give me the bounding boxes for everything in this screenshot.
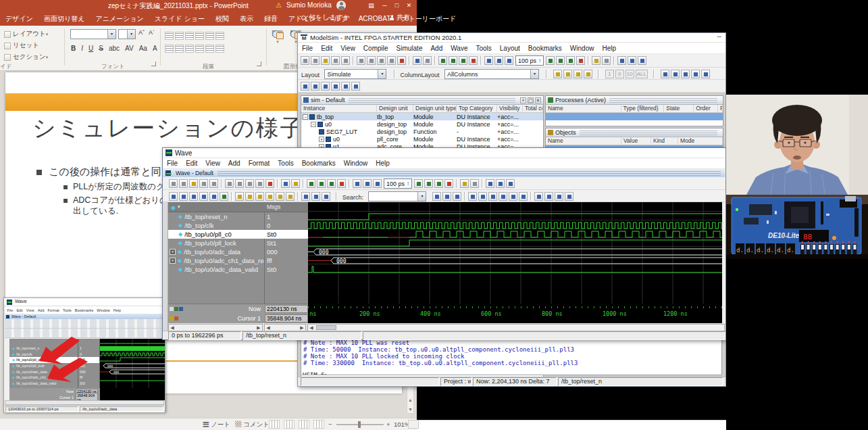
wave-signal-row[interactable]: ◆/tb_top/clk0: [168, 221, 308, 230]
increase-indent-icon[interactable]: [195, 32, 204, 40]
wave-signal-row[interactable]: ◆/tb_top/u0/adc_data_validSt0: [168, 265, 308, 274]
column-header[interactable]: Parent Path: [718, 105, 723, 112]
menu-item[interactable]: Edit: [15, 308, 24, 312]
run-all-icon[interactable]: [566, 56, 575, 65]
find-options-icon[interactable]: [453, 192, 461, 201]
paragraph-dialog-launcher[interactable]: [257, 62, 261, 66]
new-file-icon[interactable]: [301, 56, 309, 65]
cursor-toolbox-icons[interactable]: [168, 307, 186, 311]
simulate-icon[interactable]: [327, 179, 336, 188]
column-header[interactable]: Design unit: [377, 105, 413, 112]
run-icon[interactable]: [414, 179, 423, 188]
zoom-range-icon[interactable]: [341, 82, 350, 91]
step-into-icon[interactable]: [494, 56, 503, 65]
slide-sorter-view-button[interactable]: [284, 420, 295, 429]
cursor-lock-icons[interactable]: [168, 316, 186, 320]
ribbon-tab[interactable]: 録音: [259, 14, 283, 24]
expand-icon[interactable]: +: [170, 249, 176, 255]
cursor-crosshair-icon[interactable]: [671, 70, 680, 78]
run-continue-icon[interactable]: [424, 179, 433, 188]
processes-panel-header[interactable]: Processes (Active): [546, 96, 723, 105]
environment-back-icon[interactable]: [484, 56, 493, 65]
processes-column-headers[interactable]: NameType (filtered)StateOrderParent Path: [546, 105, 723, 113]
mini-wave-scrollbar[interactable]: [5, 400, 164, 405]
font-name-combo[interactable]: ▾: [70, 29, 116, 39]
paste-icon[interactable]: [377, 56, 386, 65]
zoom-in-button[interactable]: +: [386, 421, 390, 428]
time-resolution-field[interactable]: 100 ps↕: [384, 178, 412, 189]
break-red-icon[interactable]: [576, 56, 585, 65]
ribbon-tab[interactable]: 校閲: [210, 14, 234, 24]
cursor-row[interactable]: Cursor 1 35848.904 ns: [168, 314, 308, 323]
align-right-icon[interactable]: [185, 45, 194, 53]
menu-item[interactable]: View: [336, 45, 359, 52]
processes-selected-row[interactable]: [546, 113, 723, 120]
ribbon-tab[interactable]: デザイン: [0, 14, 39, 24]
columns-icon[interactable]: [205, 45, 214, 53]
sim-column-headers[interactable]: InstanceDesign unitDesign unit typeTop C…: [301, 105, 543, 113]
grow-font-button[interactable]: Aˆ: [136, 29, 147, 36]
comments-button[interactable]: ▩ コメント: [235, 421, 270, 429]
align-center-icon[interactable]: [175, 45, 184, 53]
expand-icon[interactable]: +: [319, 137, 324, 142]
pane-grip[interactable]: [218, 171, 721, 176]
menu-item[interactable]: Compile: [359, 45, 392, 52]
move-reorder-icon[interactable]: [496, 179, 505, 188]
column-header[interactable]: Instance: [301, 105, 377, 112]
group-left-icon[interactable]: [301, 192, 310, 201]
layout-button[interactable]: レイアウト ▾: [4, 30, 48, 39]
modelsim-home-icon[interactable]: [423, 56, 432, 65]
tell-me-search[interactable]: 何をしますか: [296, 13, 355, 22]
menu-item[interactable]: Help: [598, 45, 620, 52]
collapse-icon[interactable]: −: [311, 122, 316, 127]
radix-all-button[interactable]: ALL: [636, 70, 648, 78]
wave-collapse-icon[interactable]: [286, 192, 295, 201]
ribbon-tab[interactable]: 表示: [234, 14, 259, 24]
column-header[interactable]: Visibility: [497, 105, 523, 112]
align-left-icon[interactable]: [165, 45, 174, 53]
bullet-list-icon[interactable]: [165, 32, 174, 40]
column-header[interactable]: Name: [546, 137, 621, 145]
radix-10-button[interactable]: 10: [626, 70, 634, 78]
radix-1-button[interactable]: 1: [605, 70, 614, 78]
menu-item[interactable]: File: [5, 308, 15, 312]
menu-item[interactable]: Bookmarks: [298, 160, 340, 167]
add-wave-icon[interactable]: [353, 179, 361, 188]
cursor-move-icon[interactable]: [681, 70, 690, 78]
forward-icon[interactable]: [373, 179, 382, 188]
collapse-icon[interactable]: −: [303, 114, 308, 120]
open-icon[interactable]: [179, 179, 188, 188]
run-icon[interactable]: [546, 56, 555, 65]
zoom-cursor-icon[interactable]: [499, 192, 507, 201]
find-up-icon[interactable]: [442, 192, 451, 201]
sim-tree-row[interactable]: +u0pll_coreModuleDU Instance+acc=...: [301, 135, 543, 143]
justify-icon[interactable]: [195, 45, 204, 53]
menu-item[interactable]: Help: [111, 308, 122, 312]
zoom-full-icon[interactable]: [321, 82, 330, 91]
menu-item[interactable]: Bookmarks: [73, 308, 95, 312]
zoom-in-icon[interactable]: [468, 192, 477, 201]
menu-item[interactable]: Add: [426, 45, 446, 52]
column-header[interactable]: Value: [621, 137, 651, 145]
move-up-icon[interactable]: [486, 179, 494, 188]
objects-column-headers[interactable]: NameValueKindMode: [546, 137, 723, 145]
msgs-column-header[interactable]: Msgs: [267, 204, 280, 210]
zoom-sel-icon[interactable]: [519, 192, 528, 201]
column-header[interactable]: Name: [546, 105, 621, 112]
ribbon-tab[interactable]: 画面切り替え: [39, 14, 90, 24]
menu-item[interactable]: Tools: [471, 45, 495, 52]
menu-item[interactable]: File: [163, 160, 182, 167]
columnlayout-combo[interactable]: AllColumns▾: [444, 69, 539, 79]
menu-item[interactable]: Layout: [496, 45, 524, 52]
panel-close-icon[interactable]: ✕: [535, 97, 541, 103]
format-av-button[interactable]: AV: [123, 45, 136, 52]
column-header[interactable]: Mode: [678, 137, 723, 145]
time-spinner-icon[interactable]: ↕: [538, 57, 541, 64]
zoom-out-icon[interactable]: [311, 82, 320, 91]
sim-tree-row[interactable]: SEG7_LUTdesign_topFunction-+acc=...: [301, 128, 543, 135]
minimize-icon[interactable]: ─: [717, 33, 721, 40]
column-header[interactable]: Design unit type: [413, 105, 457, 112]
panel-grip[interactable]: [349, 98, 515, 103]
expand-icon[interactable]: +: [170, 258, 176, 264]
wave-pane-banner[interactable]: Wave - Default: [163, 169, 725, 177]
